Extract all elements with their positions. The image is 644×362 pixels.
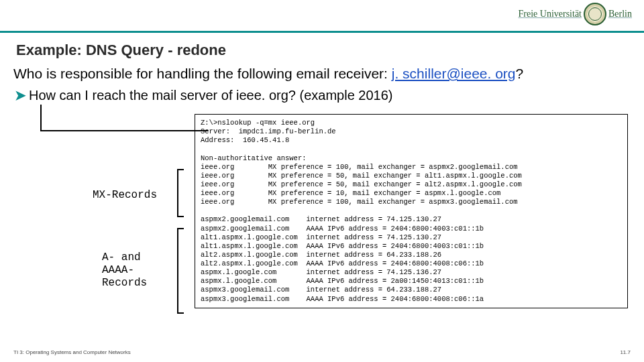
footer-left: TI 3: Operating Systems and Computer Net… xyxy=(13,349,131,355)
email-link[interactable]: j. schiller@ieee. org xyxy=(392,66,516,81)
slide-title: Example: DNS Query - redone xyxy=(16,42,226,59)
question-line: Who is responsible for handling the foll… xyxy=(13,66,523,82)
connector-horizontal xyxy=(40,130,208,131)
footer-right: 11.7 xyxy=(620,349,631,355)
seal-icon xyxy=(584,3,606,25)
connector-vertical xyxy=(40,105,42,130)
terminal-mx-block: Non-authoritative answer: ieee.org MX pr… xyxy=(201,154,522,206)
accent-bar xyxy=(0,31,644,33)
question-prefix: Who is responsible for handling the foll… xyxy=(13,66,392,81)
terminal-a-block: aspmx2.googlemail.com internet address =… xyxy=(201,215,484,302)
sub-bullet: ➤How can I reach the mail server of ieee… xyxy=(15,87,393,103)
brace-a xyxy=(177,228,193,314)
terminal-output: Z:\>nslookup -q=mx ieee.org Server: impd… xyxy=(195,114,628,308)
label-a-records: A- and AAAA- Records xyxy=(102,251,147,290)
logo-text-1: Freie Universität xyxy=(519,9,582,19)
question-suffix: ? xyxy=(516,66,524,81)
bullet-arrow-icon: ➤ xyxy=(15,88,26,103)
terminal-header: Z:\>nslookup -q=mx ieee.org Server: impd… xyxy=(201,119,336,144)
university-logo: Freie Universität Berlin xyxy=(519,3,632,25)
logo-text-2: Berlin xyxy=(608,9,632,19)
bullet-text: How can I reach the mail server of ieee.… xyxy=(29,88,393,103)
label-mx-records: MX-Records xyxy=(93,189,157,201)
brace-mx xyxy=(177,169,193,217)
